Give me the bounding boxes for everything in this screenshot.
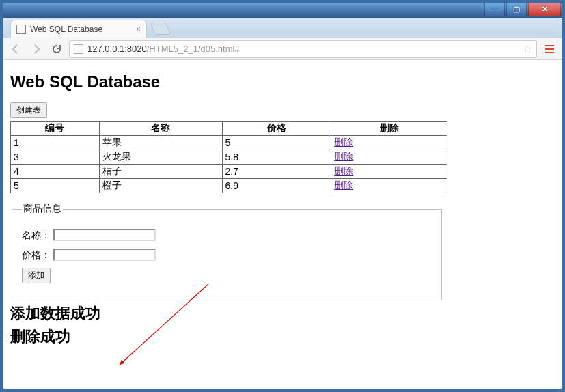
url-text: 127.0.0.1:8020/HTML5_2_1/d05.html# (87, 44, 519, 54)
site-icon (74, 44, 83, 54)
add-button[interactable]: 添加 (22, 268, 51, 283)
msg-del-ok: 删除成功 (10, 326, 555, 347)
price-label: 价格： (22, 249, 51, 260)
col-price: 价格 (222, 122, 331, 136)
window-titlebar: — ▢ ✕ (3, 3, 562, 18)
msg-add-ok: 添加数据成功 (10, 303, 555, 324)
price-input[interactable] (53, 249, 156, 261)
browser: Web SQL Database × 127.0.0.1:8020/HTML5_… (3, 18, 562, 389)
create-table-button[interactable]: 创建表 (10, 102, 47, 118)
window-maximize-button[interactable]: ▢ (506, 3, 527, 16)
svg-rect-1 (545, 48, 554, 50)
bookmark-star-icon[interactable]: ☆ (523, 42, 532, 55)
new-tab-button[interactable] (150, 23, 171, 35)
col-name: 名称 (99, 122, 222, 136)
svg-rect-2 (545, 52, 554, 53)
table-row: 1 苹果 5 删除 (11, 136, 447, 150)
browser-menu-button[interactable] (541, 43, 557, 55)
page-viewport[interactable]: Web SQL Database 创建表 编号 名称 价格 删除 1 苹果 5 (3, 60, 562, 389)
goods-form: 商品信息 名称： 价格： 添加 (12, 203, 442, 300)
delete-link[interactable]: 删除 (334, 165, 353, 176)
delete-link[interactable]: 删除 (334, 151, 353, 162)
os-window: — ▢ ✕ Web SQL Database × (0, 0, 565, 392)
nav-reload-button[interactable] (49, 41, 65, 57)
delete-link[interactable]: 删除 (334, 180, 353, 191)
table-row: 4 桔子 2.7 删除 (11, 165, 447, 179)
name-input[interactable] (53, 229, 156, 241)
goods-table: 编号 名称 价格 删除 1 苹果 5 删除 3 火龙果 (10, 121, 447, 193)
window-close-button[interactable]: ✕ (528, 3, 561, 16)
svg-rect-0 (545, 45, 554, 46)
col-delete: 删除 (331, 122, 447, 136)
name-label: 名称： (22, 229, 51, 240)
page-icon (16, 25, 26, 34)
tab-strip: Web SQL Database × (3, 18, 562, 38)
table-row: 5 橙子 6.9 删除 (11, 179, 447, 193)
delete-link[interactable]: 删除 (334, 137, 353, 148)
table-row: 3 火龙果 5.8 删除 (11, 150, 447, 165)
tab-title: Web SQL Database (30, 25, 102, 34)
tab-close-icon[interactable]: × (136, 25, 141, 34)
nav-forward-button[interactable] (28, 41, 44, 57)
col-id: 编号 (11, 122, 100, 136)
tab-active[interactable]: Web SQL Database × (10, 20, 147, 38)
form-legend: 商品信息 (22, 203, 63, 215)
page-title: Web SQL Database (10, 72, 555, 92)
messages: 添加数据成功 删除成功 (10, 303, 555, 347)
window-minimize-button[interactable]: — (484, 3, 505, 16)
browser-toolbar: 127.0.0.1:8020/HTML5_2_1/d05.html# ☆ (3, 38, 562, 60)
address-bar[interactable]: 127.0.0.1:8020/HTML5_2_1/d05.html# ☆ (69, 40, 537, 58)
nav-back-button[interactable] (8, 41, 24, 57)
